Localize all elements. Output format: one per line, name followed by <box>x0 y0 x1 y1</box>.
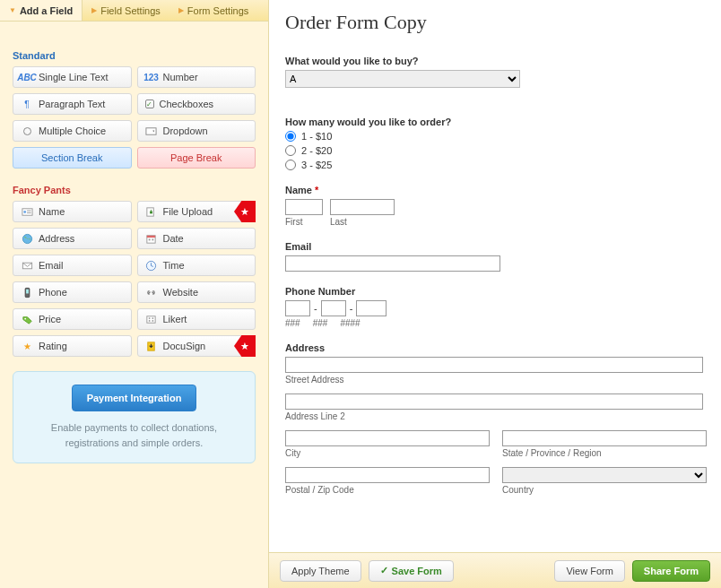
field-label: Email <box>39 260 64 271</box>
country-select[interactable] <box>502 467 707 483</box>
state-input[interactable] <box>502 430 707 446</box>
phone-line-input[interactable] <box>356 300 387 316</box>
svg-point-16 <box>24 317 26 319</box>
field-docusign[interactable]: DocuSign★ <box>137 335 256 357</box>
form-preview: Order Form Copy What would you like to b… <box>269 0 721 552</box>
phone-prefix-input[interactable] <box>321 300 346 316</box>
street-sublabel: Street Address <box>285 375 707 385</box>
svg-point-2 <box>23 211 26 213</box>
field-single-line-text[interactable]: ABCSingle Line Text <box>13 66 132 88</box>
q1-select[interactable]: A <box>285 70 520 88</box>
field-label: Multiple Choice <box>39 125 106 136</box>
address-line2-input[interactable] <box>285 393 703 410</box>
address-label: Address <box>285 342 707 353</box>
dropdown-icon <box>145 125 158 137</box>
field-address[interactable]: Address <box>13 228 132 249</box>
field-number[interactable]: 123Number <box>137 66 256 88</box>
field-website[interactable]: Website <box>137 281 256 303</box>
q2-opt2-label: 2 - $20 <box>301 145 332 156</box>
svg-point-18 <box>149 317 151 319</box>
city-input[interactable] <box>285 430 490 446</box>
q2-radio-1[interactable] <box>285 131 296 142</box>
field-label: Dropdown <box>163 125 208 136</box>
field-label: Date <box>163 233 184 244</box>
field-multiple-choice[interactable]: Multiple Choice <box>13 120 132 142</box>
globe-icon <box>21 232 33 245</box>
footer-toolbar: Apply Theme ✓Save Form View Form Share F… <box>269 552 721 588</box>
field-section-break[interactable]: Section Break <box>13 147 132 169</box>
q2-radio-3[interactable] <box>285 160 296 170</box>
phone-sub3: #### <box>340 318 360 328</box>
svg-rect-3 <box>27 210 31 211</box>
email-input[interactable] <box>285 255 500 272</box>
field-label: Time <box>163 260 185 271</box>
promo-box: Payment Integration Enable payments to c… <box>13 371 256 463</box>
field-rating[interactable]: ★Rating <box>13 335 132 357</box>
first-name-input[interactable] <box>285 199 323 215</box>
tab-label: Field Settings <box>100 5 161 16</box>
field-name[interactable]: Name <box>13 201 132 222</box>
phone-icon <box>21 286 33 298</box>
phone-sub1: ### <box>285 318 300 328</box>
field-phone[interactable]: Phone <box>13 281 132 303</box>
field-checkboxes[interactable]: ✓Checkboxes <box>137 93 256 115</box>
tab-add-field[interactable]: ▼Add a Field <box>0 0 83 21</box>
section-standard-title: Standard <box>13 50 256 61</box>
street-input[interactable] <box>285 357 703 373</box>
svg-rect-0 <box>146 127 156 134</box>
q2-opt3-label: 3 - $25 <box>301 160 332 170</box>
field-email[interactable]: Email <box>13 255 132 276</box>
form-title: Order Form Copy <box>285 11 707 34</box>
first-sublabel: First <box>285 217 323 227</box>
radio-icon <box>21 125 33 137</box>
q2-opt1-label: 1 - $10 <box>301 131 332 142</box>
q1-label: What would you like to buy? <box>285 56 707 66</box>
name-icon <box>21 205 33 218</box>
upload-icon <box>145 205 158 218</box>
field-likert[interactable]: Likert <box>137 308 256 330</box>
field-dropdown[interactable]: Dropdown <box>137 120 256 142</box>
star-badge-icon: ★ <box>234 201 256 222</box>
sidebar: ▼Add a Field ▶Field Settings ▶Form Setti… <box>0 0 269 588</box>
field-label: Likert <box>163 314 187 324</box>
save-form-button[interactable]: ✓Save Form <box>369 560 454 582</box>
field-label: Paragraph Text <box>39 99 105 109</box>
sidebar-tabs: ▼Add a Field ▶Field Settings ▶Form Setti… <box>0 0 268 22</box>
q2-radio-2[interactable] <box>285 145 296 156</box>
star-badge-icon: ★ <box>234 335 256 357</box>
field-time[interactable]: Time <box>137 255 256 276</box>
field-paragraph-text[interactable]: ¶Paragraph Text <box>13 93 132 115</box>
svg-rect-10 <box>149 238 151 240</box>
email-label: Email <box>285 241 707 252</box>
svg-rect-11 <box>152 238 153 240</box>
last-name-input[interactable] <box>330 199 395 215</box>
svg-rect-9 <box>147 235 155 237</box>
field-date[interactable]: Date <box>137 228 256 249</box>
view-form-button[interactable]: View Form <box>554 560 624 582</box>
tab-form-settings[interactable]: ▶Form Settings <box>169 0 257 21</box>
postal-input[interactable] <box>285 467 490 483</box>
main-panel: Order Form Copy What would you like to b… <box>269 0 721 588</box>
text-icon: ABC <box>21 71 33 83</box>
svg-point-19 <box>152 317 153 319</box>
field-label: Website <box>163 287 199 298</box>
phone-label: Phone Number <box>285 286 707 297</box>
phone-area-input[interactable] <box>285 300 310 316</box>
payment-integration-button[interactable]: Payment Integration <box>72 385 197 411</box>
tab-label: Add a Field <box>20 5 73 16</box>
docusign-icon <box>145 340 158 352</box>
field-price[interactable]: Price <box>13 308 132 330</box>
share-form-button[interactable]: Share Form <box>632 560 710 582</box>
field-page-break[interactable]: Page Break <box>137 147 256 169</box>
field-file-upload[interactable]: File Upload★ <box>137 201 256 222</box>
name-label: Name * <box>285 185 707 195</box>
tab-label: Form Settings <box>187 5 248 16</box>
phone-sub2: ### <box>313 318 328 328</box>
svg-rect-17 <box>147 316 155 322</box>
country-sublabel: Country <box>502 485 707 495</box>
price-icon <box>21 313 33 325</box>
tab-field-settings[interactable]: ▶Field Settings <box>83 0 169 21</box>
field-label: Name <box>39 206 65 217</box>
svg-rect-4 <box>27 212 31 212</box>
apply-theme-button[interactable]: Apply Theme <box>280 560 361 582</box>
